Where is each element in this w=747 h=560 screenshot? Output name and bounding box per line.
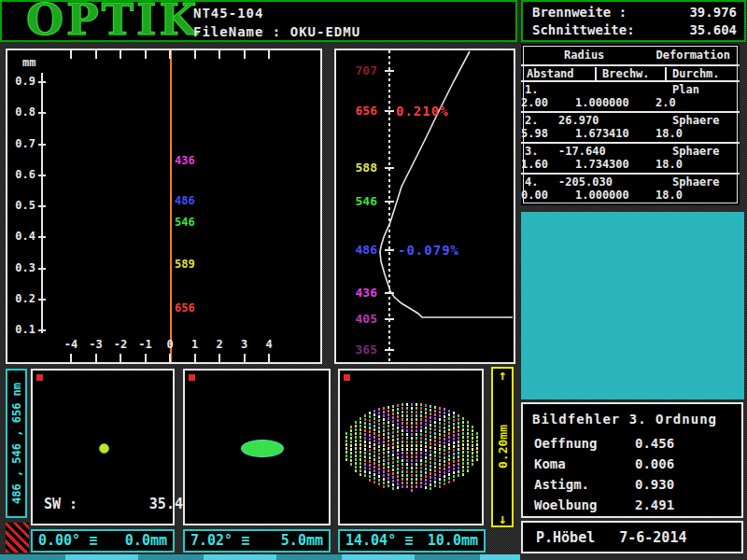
scatter-dash [416, 463, 417, 466]
scatter-dash [476, 443, 478, 446]
scatter-dash [388, 462, 389, 465]
scatter-dash [444, 483, 445, 485]
scatter-dash [448, 481, 450, 483]
scatter-dash [476, 455, 478, 457]
scatter-dash [453, 427, 455, 429]
scatter-dash [392, 435, 394, 438]
wavelength-tick [385, 349, 394, 351]
header-bar: OPTIK NT45-104 FileName : OKU-EDMU [0, 0, 517, 42]
scatter-dash [374, 469, 375, 472]
scale-value: 0.20mm [493, 382, 512, 512]
aberration-label: Astigm. [534, 477, 589, 492]
brechw-value: 1.000000 [575, 96, 655, 110]
scatter-dash [420, 407, 422, 410]
scatter-dash [350, 429, 352, 432]
scatter-dash [406, 441, 408, 443]
scatter-dash [369, 434, 371, 437]
scatter-dash [425, 438, 427, 441]
scatter-dash [420, 437, 422, 440]
scatter-dash [416, 448, 417, 451]
scatter-dash [430, 427, 431, 430]
scatter-dash [383, 478, 385, 481]
scatter-dash [355, 466, 357, 469]
schnittweite-value: 35.604 [689, 22, 737, 39]
scatter-dash [416, 485, 417, 488]
scatter-dash [425, 471, 427, 474]
scatter-dash [355, 458, 357, 461]
y-tick [38, 175, 46, 176]
wavelength-label-486: 486 [338, 243, 377, 257]
scatter-dash [392, 439, 394, 441]
scatter-dash [402, 441, 403, 443]
scatter-dash [402, 418, 403, 421]
scatter-dash [392, 472, 394, 475]
spot-axis-dot [99, 443, 109, 454]
abstand-value: 5.98 [521, 127, 575, 141]
scatter-dash [406, 426, 408, 428]
scatter-dash [406, 467, 408, 469]
scatter-dash [374, 421, 375, 424]
scatter-dash [378, 460, 380, 463]
scatter-dash [448, 458, 450, 461]
scatter-dash [439, 482, 441, 484]
scatter-dash [434, 436, 436, 439]
scatter-dash [374, 425, 375, 427]
scatter-dash [420, 429, 422, 432]
scatter-dash [448, 440, 450, 442]
field-aberration-plot: mm 0.90.80.70.60.50.40.30.20.1-4-3-2-101… [6, 49, 322, 364]
scatter-dash [434, 481, 436, 483]
scatter-dash [369, 427, 371, 429]
scatter-dash [425, 464, 427, 467]
scatter-dash [425, 486, 427, 489]
surface-values: 1.601.73430018.0 [521, 158, 740, 172]
x-tick-bottom [268, 354, 270, 362]
scatter-dash [448, 477, 450, 480]
scatter-dash [402, 433, 403, 436]
field-height: 0.0mm [125, 532, 167, 549]
scatter-dash [402, 426, 403, 428]
scatter-dash [378, 449, 380, 452]
scatter-dash [416, 474, 417, 477]
scatter-dash [378, 419, 380, 422]
scatter-dash [402, 452, 403, 455]
scatter-dash [444, 475, 445, 478]
wavelength-mark-486: 486 [175, 194, 195, 207]
scatter-dash [411, 433, 413, 436]
field-label-full: 14.04° ≡ 10.0mm [338, 529, 486, 553]
scatter-dash [383, 448, 385, 451]
scatter-dash [345, 440, 347, 442]
scatter-dash [355, 421, 357, 424]
scatter-dash [378, 471, 380, 474]
optik-app-screen: OPTIK NT45-104 FileName : OKU-EDMU Brenn… [0, 0, 747, 560]
scatter-dash [458, 444, 459, 447]
scatter-dash [355, 469, 357, 472]
scatter-dash [406, 407, 408, 410]
scatter-dash [355, 455, 357, 457]
scatter-dash [430, 431, 431, 434]
x-tick-label: -2 [109, 338, 132, 351]
surface-type: Sphaere [672, 114, 720, 127]
scatter-dash [364, 474, 366, 477]
scatter-dash [411, 478, 413, 481]
scatter-dash [467, 462, 469, 465]
scatter-dash [462, 469, 464, 472]
scatter-dash [448, 451, 450, 454]
scatter-dash [369, 412, 371, 414]
scatter-dash [374, 440, 375, 442]
scatter-dash [430, 405, 431, 408]
durchm-value: 18.0 [655, 158, 728, 172]
scatter-dash [453, 441, 455, 444]
scatter-dash [350, 426, 352, 428]
scatter-dash [388, 406, 389, 409]
scatter-dash [411, 459, 413, 462]
x-tick-label: 1 [184, 338, 206, 351]
wavelength-tick [385, 318, 394, 320]
scatter-dash [448, 432, 450, 435]
scatter-dash [397, 408, 399, 411]
scatter-dash [402, 478, 403, 481]
scatter-dash [402, 429, 403, 432]
table-title-row: Radius Deformation [521, 44, 740, 63]
scatter-dash [434, 428, 436, 431]
scatter-dash [462, 436, 464, 439]
x-tick-top [244, 50, 246, 59]
